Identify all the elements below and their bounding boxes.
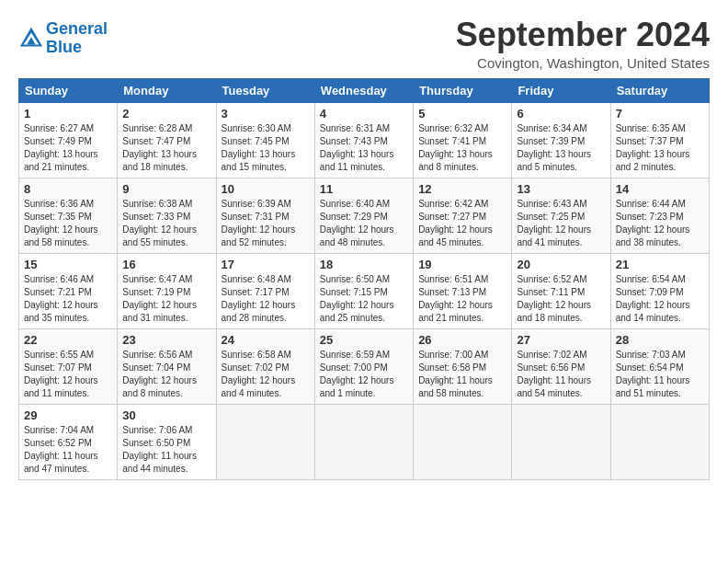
header: General Blue September 2024 Covington, W…: [18, 17, 710, 71]
empty-cell: [414, 404, 512, 479]
day-info: Sunrise: 6:38 AMSunset: 7:33 PMDaylight:…: [122, 198, 210, 249]
col-header-tuesday: Tuesday: [216, 78, 314, 102]
day-info: Sunrise: 6:32 AMSunset: 7:41 PMDaylight:…: [418, 122, 506, 174]
day-info: Sunrise: 7:04 AMSunset: 6:52 PMDaylight:…: [24, 424, 112, 476]
day-cell-1: 1Sunrise: 6:27 AMSunset: 7:49 PMDaylight…: [19, 102, 118, 178]
day-info: Sunrise: 6:51 AMSunset: 7:13 PMDaylight:…: [418, 273, 506, 325]
day-cell-4: 4Sunrise: 6:31 AMSunset: 7:43 PMDaylight…: [314, 102, 413, 178]
col-header-saturday: Saturday: [610, 78, 709, 102]
day-number: 29: [24, 408, 112, 422]
day-number: 18: [320, 258, 408, 271]
day-number: 25: [320, 333, 408, 347]
day-info: Sunrise: 6:30 AMSunset: 7:45 PMDaylight:…: [222, 122, 310, 174]
day-info: Sunrise: 7:02 AMSunset: 6:56 PMDaylight:…: [517, 349, 605, 400]
day-number: 24: [222, 333, 310, 347]
day-number: 17: [222, 258, 310, 271]
day-number: 7: [616, 107, 704, 121]
day-cell-7: 7Sunrise: 6:35 AMSunset: 7:37 PMDaylight…: [610, 102, 709, 178]
day-number: 14: [616, 182, 704, 196]
day-number: 26: [418, 333, 506, 347]
day-cell-13: 13Sunrise: 6:43 AMSunset: 7:25 PMDayligh…: [512, 178, 610, 253]
day-cell-15: 15Sunrise: 6:46 AMSunset: 7:21 PMDayligh…: [19, 253, 118, 328]
col-header-monday: Monday: [118, 78, 216, 102]
day-number: 10: [222, 182, 310, 196]
logo: General Blue: [18, 20, 108, 57]
day-info: Sunrise: 6:28 AMSunset: 7:47 PMDaylight:…: [122, 122, 210, 174]
day-cell-10: 10Sunrise: 6:39 AMSunset: 7:31 PMDayligh…: [216, 178, 314, 253]
day-cell-17: 17Sunrise: 6:48 AMSunset: 7:17 PMDayligh…: [216, 253, 314, 328]
day-cell-11: 11Sunrise: 6:40 AMSunset: 7:29 PMDayligh…: [314, 178, 413, 253]
empty-cell: [216, 404, 314, 479]
day-cell-19: 19Sunrise: 6:51 AMSunset: 7:13 PMDayligh…: [414, 253, 512, 328]
day-cell-6: 6Sunrise: 6:34 AMSunset: 7:39 PMDaylight…: [512, 102, 610, 178]
day-info: Sunrise: 6:40 AMSunset: 7:29 PMDaylight:…: [320, 198, 408, 249]
day-cell-26: 26Sunrise: 7:00 AMSunset: 6:58 PMDayligh…: [414, 328, 512, 404]
day-cell-24: 24Sunrise: 6:58 AMSunset: 7:02 PMDayligh…: [216, 328, 314, 404]
page-container: General Blue September 2024 Covington, W…: [0, 0, 728, 489]
day-number: 16: [122, 258, 210, 271]
day-number: 27: [517, 333, 605, 347]
empty-cell: [314, 404, 413, 479]
day-cell-5: 5Sunrise: 6:32 AMSunset: 7:41 PMDaylight…: [414, 102, 512, 178]
day-number: 5: [418, 107, 506, 121]
day-info: Sunrise: 6:34 AMSunset: 7:39 PMDaylight:…: [517, 122, 605, 174]
day-cell-30: 30Sunrise: 7:06 AMSunset: 6:50 PMDayligh…: [118, 404, 216, 479]
day-info: Sunrise: 6:56 AMSunset: 7:04 PMDaylight:…: [122, 349, 210, 400]
day-cell-29: 29Sunrise: 7:04 AMSunset: 6:52 PMDayligh…: [19, 404, 118, 479]
day-info: Sunrise: 6:31 AMSunset: 7:43 PMDaylight:…: [320, 122, 408, 174]
day-number: 15: [24, 258, 112, 271]
day-number: 30: [122, 408, 210, 422]
day-cell-20: 20Sunrise: 6:52 AMSunset: 7:11 PMDayligh…: [512, 253, 610, 328]
day-number: 1: [24, 107, 112, 121]
day-info: Sunrise: 6:44 AMSunset: 7:23 PMDaylight:…: [616, 198, 704, 249]
day-cell-25: 25Sunrise: 6:59 AMSunset: 7:00 PMDayligh…: [314, 328, 413, 404]
col-header-sunday: Sunday: [19, 78, 118, 102]
day-number: 4: [320, 107, 408, 121]
day-cell-21: 21Sunrise: 6:54 AMSunset: 7:09 PMDayligh…: [610, 253, 709, 328]
day-cell-22: 22Sunrise: 6:55 AMSunset: 7:07 PMDayligh…: [19, 328, 118, 404]
day-info: Sunrise: 6:36 AMSunset: 7:35 PMDaylight:…: [24, 198, 112, 249]
day-info: Sunrise: 6:48 AMSunset: 7:17 PMDaylight:…: [222, 273, 310, 325]
day-info: Sunrise: 6:43 AMSunset: 7:25 PMDaylight:…: [517, 198, 605, 249]
empty-cell: [512, 404, 610, 479]
day-cell-27: 27Sunrise: 7:02 AMSunset: 6:56 PMDayligh…: [512, 328, 610, 404]
calendar-week-1: 8Sunrise: 6:36 AMSunset: 7:35 PMDaylight…: [19, 178, 710, 253]
day-cell-9: 9Sunrise: 6:38 AMSunset: 7:33 PMDaylight…: [118, 178, 216, 253]
calendar-week-3: 22Sunrise: 6:55 AMSunset: 7:07 PMDayligh…: [19, 328, 710, 404]
calendar-week-2: 15Sunrise: 6:46 AMSunset: 7:21 PMDayligh…: [19, 253, 710, 328]
day-number: 11: [320, 182, 408, 196]
day-number: 2: [122, 107, 210, 121]
day-info: Sunrise: 7:06 AMSunset: 6:50 PMDaylight:…: [122, 424, 210, 476]
day-info: Sunrise: 6:46 AMSunset: 7:21 PMDaylight:…: [24, 273, 112, 325]
day-cell-14: 14Sunrise: 6:44 AMSunset: 7:23 PMDayligh…: [610, 178, 709, 253]
day-cell-16: 16Sunrise: 6:47 AMSunset: 7:19 PMDayligh…: [118, 253, 216, 328]
day-number: 20: [517, 258, 605, 271]
day-number: 8: [24, 182, 112, 196]
col-header-wednesday: Wednesday: [314, 78, 413, 102]
day-info: Sunrise: 6:27 AMSunset: 7:49 PMDaylight:…: [24, 122, 112, 174]
day-number: 23: [122, 333, 210, 347]
day-info: Sunrise: 6:39 AMSunset: 7:31 PMDaylight:…: [222, 198, 310, 249]
empty-cell: [610, 404, 709, 479]
calendar-table: SundayMondayTuesdayWednesdayThursdayFrid…: [18, 78, 710, 480]
header-row: SundayMondayTuesdayWednesdayThursdayFrid…: [19, 78, 710, 102]
day-cell-3: 3Sunrise: 6:30 AMSunset: 7:45 PMDaylight…: [216, 102, 314, 178]
day-info: Sunrise: 6:52 AMSunset: 7:11 PMDaylight:…: [517, 273, 605, 325]
day-info: Sunrise: 7:00 AMSunset: 6:58 PMDaylight:…: [418, 349, 506, 400]
month-title: September 2024: [456, 17, 710, 53]
day-cell-12: 12Sunrise: 6:42 AMSunset: 7:27 PMDayligh…: [414, 178, 512, 253]
logo-icon: [18, 26, 44, 52]
day-cell-23: 23Sunrise: 6:56 AMSunset: 7:04 PMDayligh…: [118, 328, 216, 404]
day-number: 9: [122, 182, 210, 196]
logo-text: General Blue: [46, 20, 108, 57]
calendar-week-0: 1Sunrise: 6:27 AMSunset: 7:49 PMDaylight…: [19, 102, 710, 178]
day-info: Sunrise: 6:59 AMSunset: 7:00 PMDaylight:…: [320, 349, 408, 400]
day-number: 12: [418, 182, 506, 196]
day-number: 22: [24, 333, 112, 347]
day-cell-28: 28Sunrise: 7:03 AMSunset: 6:54 PMDayligh…: [610, 328, 709, 404]
day-number: 3: [222, 107, 310, 121]
day-number: 19: [418, 258, 506, 271]
day-info: Sunrise: 6:47 AMSunset: 7:19 PMDaylight:…: [122, 273, 210, 325]
day-cell-8: 8Sunrise: 6:36 AMSunset: 7:35 PMDaylight…: [19, 178, 118, 253]
day-info: Sunrise: 6:55 AMSunset: 7:07 PMDaylight:…: [24, 349, 112, 400]
